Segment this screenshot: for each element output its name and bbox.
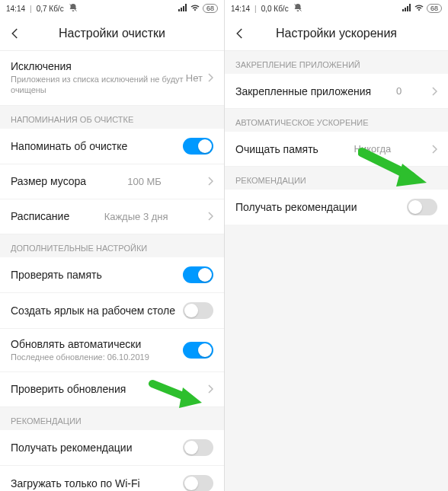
exclusions-label: Исключения bbox=[11, 60, 186, 72]
chevron-icon bbox=[207, 212, 213, 221]
schedule-label: Расписание bbox=[11, 210, 69, 222]
back-button[interactable] bbox=[6, 24, 24, 43]
section-pinned: ЗАКРЕПЛЕНИЕ ПРИЛОЖЕНИЙ bbox=[225, 51, 448, 74]
pinned-apps-label: Закрепленные приложения bbox=[235, 85, 371, 97]
check-memory-label: Проверять память bbox=[11, 269, 102, 281]
wifi-only-row[interactable]: Загружать только по Wi-Fi bbox=[0, 466, 224, 491]
exclusions-row[interactable]: Исключения Приложения из списка исключен… bbox=[0, 51, 224, 106]
trash-size-label: Размер мусора bbox=[11, 175, 86, 187]
header: Настройки очистки bbox=[0, 17, 224, 51]
wifi-icon bbox=[414, 4, 424, 13]
screen-cleaning-settings: 14:14 | 0,7 Кб/с 68 Настройки очистки Ис… bbox=[0, 0, 224, 491]
signal-icon bbox=[178, 4, 187, 13]
wifi-only-label: Загружать только по Wi-Fi bbox=[11, 477, 140, 489]
status-time: 14:14 bbox=[231, 5, 250, 13]
status-speed: 0,0 Кб/с bbox=[261, 5, 289, 13]
auto-update-row[interactable]: Обновлять автоматически Последнее обновл… bbox=[0, 329, 224, 372]
shortcut-label: Создать ярлык на рабочем столе bbox=[11, 304, 175, 317]
status-time: 14:14 bbox=[6, 5, 25, 13]
clear-memory-row[interactable]: Очищать память Никогда bbox=[225, 132, 448, 167]
trash-size-value: 100 МБ bbox=[127, 176, 162, 187]
chevron-icon bbox=[207, 177, 213, 186]
get-recs-row[interactable]: Получать рекомендации bbox=[225, 190, 448, 225]
check-memory-row[interactable]: Проверять память bbox=[0, 257, 224, 293]
pinned-apps-row[interactable]: Закрепленные приложения 0 bbox=[225, 74, 448, 109]
status-bar: 14:14 | 0,0 Кб/с 68 bbox=[225, 0, 448, 17]
battery-indicator: 68 bbox=[203, 4, 218, 13]
wifi-only-toggle[interactable] bbox=[183, 475, 213, 491]
trash-size-row[interactable]: Размер мусора 100 МБ bbox=[0, 164, 224, 199]
section-auto: АВТОМАТИЧЕСКОЕ УСКОРЕНИЕ bbox=[225, 109, 448, 132]
section-recs: РЕКОМЕНДАЦИИ bbox=[0, 407, 224, 430]
chevron-icon bbox=[207, 73, 213, 82]
check-memory-toggle[interactable] bbox=[183, 266, 213, 283]
clear-memory-value: Никогда bbox=[354, 143, 392, 155]
get-recs-label: Получать рекомендации bbox=[235, 201, 357, 213]
section-recs: РЕКОМЕНДАЦИИ bbox=[225, 167, 448, 190]
get-recs-toggle[interactable] bbox=[407, 199, 437, 215]
header: Настройки ускорения bbox=[225, 17, 448, 51]
shortcut-toggle[interactable] bbox=[183, 302, 213, 319]
get-recs-toggle[interactable] bbox=[183, 439, 213, 456]
get-recs-label: Получать рекомендации bbox=[11, 442, 132, 454]
reminder-row[interactable]: Напоминать об очистке bbox=[0, 129, 224, 164]
chevron-icon bbox=[207, 384, 213, 394]
signal-icon bbox=[402, 4, 411, 13]
reminder-toggle[interactable] bbox=[183, 138, 213, 155]
shortcut-row[interactable]: Создать ярлык на рабочем столе bbox=[0, 293, 224, 329]
chevron-icon bbox=[431, 145, 437, 154]
auto-update-label: Обновлять автоматически bbox=[11, 338, 183, 350]
dnd-icon bbox=[69, 3, 78, 14]
check-updates-row[interactable]: Проверить обновления bbox=[0, 372, 224, 407]
get-recs-row[interactable]: Получать рекомендации bbox=[0, 430, 224, 466]
chevron-icon bbox=[431, 87, 437, 96]
auto-update-toggle[interactable] bbox=[183, 342, 213, 359]
wifi-icon bbox=[190, 4, 200, 13]
pinned-apps-value: 0 bbox=[396, 85, 402, 97]
battery-indicator: 68 bbox=[427, 4, 442, 13]
reminder-label: Напоминать об очистке bbox=[11, 140, 127, 152]
auto-update-sub: Последнее обновление: 06.10.2019 bbox=[11, 352, 183, 362]
page-title: Настройки ускорения bbox=[249, 27, 424, 40]
exclusions-value: Нет bbox=[186, 72, 203, 84]
back-button[interactable] bbox=[231, 24, 249, 43]
check-updates-label: Проверить обновления bbox=[11, 383, 126, 395]
clear-memory-label: Очищать память bbox=[235, 143, 318, 155]
status-speed: 0,7 Кб/с bbox=[37, 5, 64, 13]
dnd-icon bbox=[293, 3, 302, 14]
section-reminders: НАПОМИНАНИЯ ОБ ОЧИСТКЕ bbox=[0, 106, 224, 129]
screen-boost-settings: 14:14 | 0,0 Кб/с 68 Настройки ускорения … bbox=[224, 0, 448, 491]
schedule-row[interactable]: Расписание Каждые 3 дня bbox=[0, 199, 224, 234]
section-extra: ДОПОЛНИТЕЛЬНЫЕ НАСТРОЙКИ bbox=[0, 234, 224, 257]
page-title: Настройки очистки bbox=[24, 27, 200, 40]
exclusions-sub: Приложения из списка исключений не будут… bbox=[11, 74, 186, 96]
schedule-value: Каждые 3 дня bbox=[104, 211, 168, 222]
status-bar: 14:14 | 0,7 Кб/с 68 bbox=[0, 0, 224, 17]
